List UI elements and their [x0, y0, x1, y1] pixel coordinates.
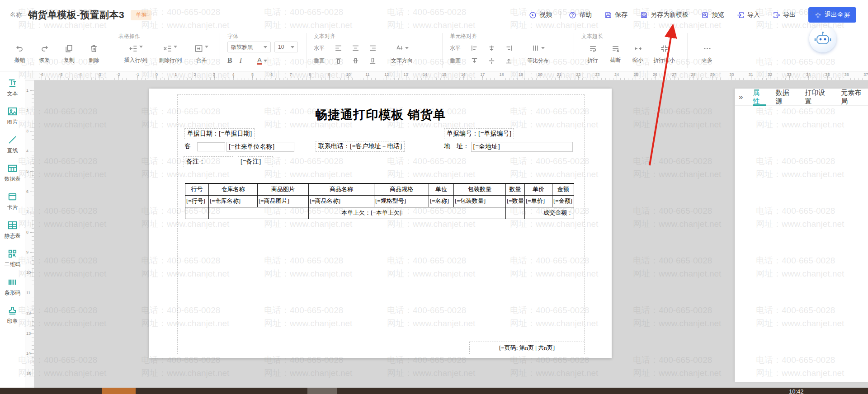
barcode-tool-icon [7, 277, 18, 287]
footer-empty-cell[interactable] [185, 207, 209, 219]
wrap-shrink-button[interactable]: 折行缩小 [649, 41, 679, 71]
font-color-button[interactable]: A [257, 56, 267, 65]
data-cell[interactable]: [=金额] [552, 195, 574, 207]
tab-print-settings[interactable]: 打印设置 [805, 89, 832, 106]
tool-stamp[interactable]: 印章 [7, 305, 18, 325]
exit-fullscreen-button[interactable]: 退出全屏 [808, 7, 856, 23]
data-cell[interactable]: [=商品图片] [258, 195, 309, 207]
panel-collapse-icon[interactable]: » [739, 93, 743, 102]
tool-line[interactable]: 直线 [7, 135, 18, 155]
tool-card[interactable]: 卡片 [7, 192, 18, 211]
delete-row-col-button[interactable]: 删除行/列 [153, 41, 188, 71]
tab-datasource[interactable]: 数据源 [775, 89, 796, 106]
data-cell[interactable]: [=名称] [429, 195, 454, 207]
data-cell[interactable]: [=包装数量] [454, 195, 506, 207]
copy-button[interactable]: 复制 [57, 41, 82, 71]
col-header[interactable]: 包装数量 [454, 183, 506, 195]
text-direction-icon [396, 44, 403, 52]
cell-align-center-icon[interactable] [488, 44, 495, 52]
tab-element-layout[interactable]: 元素布局 [841, 89, 868, 106]
bold-button[interactable]: B [227, 56, 232, 65]
merge-cells-button[interactable]: 合并 [188, 41, 215, 71]
cell-align-right-icon[interactable] [505, 44, 513, 52]
col-header[interactable]: 商品规格 [374, 183, 429, 195]
data-cell[interactable]: [=数量] [506, 195, 525, 207]
preview-button[interactable]: 预览 [701, 11, 724, 19]
distribute-columns-button[interactable] [522, 44, 554, 52]
tool-datatable[interactable]: 数据表 [5, 163, 21, 183]
assistant-avatar[interactable] [809, 25, 836, 52]
more-button[interactable]: 更多 [695, 41, 719, 71]
col-header[interactable]: 单位 [429, 183, 454, 195]
data-cell[interactable]: [=商品名称] [309, 195, 374, 207]
shrink-text-button[interactable]: 缩小 [627, 41, 649, 71]
cell-align-bottom-icon[interactable] [505, 57, 513, 65]
data-cell[interactable]: [=仓库名称] [209, 195, 258, 207]
tool-image[interactable]: 图片 [7, 106, 18, 126]
save-button[interactable]: 保存 [604, 11, 627, 19]
delete-button[interactable]: 删除 [81, 41, 106, 71]
align-top-icon[interactable] [335, 57, 342, 65]
insert-row-col-button[interactable]: 插入行/列 [118, 41, 153, 71]
align-left-icon[interactable] [335, 44, 342, 52]
datatable-tool-icon [7, 163, 18, 174]
document-title[interactable]: 畅捷通打印模板 销货单 [149, 107, 612, 123]
col-header[interactable]: 行号 [185, 183, 209, 195]
tool-qrcode[interactable]: 二维码 [5, 249, 21, 268]
more-icon [703, 44, 712, 53]
text-direction-button[interactable] [386, 44, 418, 52]
data-cell[interactable]: [=行号] [185, 195, 209, 207]
footer-owed-cell[interactable]: 本单上欠：[=本单上欠] [309, 207, 506, 219]
footer-empty-cell[interactable] [506, 207, 525, 219]
data-cell[interactable]: [=规格型号] [374, 195, 429, 207]
col-header[interactable]: 仓库名称 [209, 183, 258, 195]
col-header[interactable]: 单价 [525, 183, 552, 195]
tab-properties[interactable]: 属性 [753, 89, 766, 106]
align-right-icon[interactable] [369, 44, 377, 52]
align-bottom-icon[interactable] [369, 57, 377, 65]
data-cell[interactable]: [=单价] [525, 195, 552, 207]
col-header[interactable]: 商品名称 [309, 183, 374, 195]
wrap-text-button[interactable]: 折行 [581, 41, 604, 71]
field-customer[interactable]: 客 [=往来单位名称] [184, 142, 294, 152]
cell-align-left-icon[interactable] [471, 44, 478, 52]
align-center-icon[interactable] [352, 44, 359, 52]
font-size-select[interactable]: 10 [274, 42, 298, 52]
save-as-template-button[interactable]: 另存为新模板 [640, 11, 689, 19]
address-value[interactable]: [=全地址] [471, 142, 573, 152]
items-table[interactable]: 行号 仓库名称 商品图片 商品名称 商品规格 单位 包装数量 数量 单价 金额 … [185, 183, 574, 219]
align-middle-icon[interactable] [352, 57, 359, 65]
tool-text[interactable]: 文本 [7, 78, 18, 98]
italic-button[interactable]: I [240, 56, 242, 65]
col-header[interactable]: 商品图片 [258, 183, 309, 195]
field-remark-label[interactable]: 备注： [184, 156, 233, 167]
field-doc-number[interactable]: 单据编号：[=单据编号] [444, 128, 514, 139]
font-family-select[interactable]: 微软雅黑 [227, 42, 271, 52]
truncate-text-button[interactable]: 截断 [604, 41, 627, 71]
field-doc-date[interactable]: 单据日期：[=单据日期] [184, 128, 255, 139]
page-number-field[interactable]: [=页码: 第n页 | 共n页] [469, 342, 585, 354]
field-address[interactable]: 地 址： [=全地址] [444, 142, 573, 152]
template-page[interactable]: 畅捷通打印模板 销货单 单据日期：[=单据日期] 单据编号：[=单据编号] 客 … [149, 89, 612, 358]
tool-statictable[interactable]: 静态表 [5, 220, 21, 240]
taskbar-app-grey[interactable] [307, 388, 337, 394]
customer-value[interactable]: [=往来单位名称] [226, 142, 294, 152]
field-contact-phone[interactable]: 联系电话：[=客户地址－电话] [316, 141, 405, 152]
tool-barcode[interactable]: 条形码 [5, 277, 21, 297]
remark-label: 备注： [186, 158, 205, 165]
video-button[interactable]: 视频 [529, 11, 552, 19]
footer-empty-cell[interactable] [209, 207, 309, 219]
help-button[interactable]: 帮助 [569, 11, 592, 19]
field-remark-value[interactable]: [=备注] [238, 156, 273, 167]
export-button[interactable]: 导出 [773, 11, 796, 19]
taskbar-app-orange[interactable] [102, 388, 136, 394]
redo-button[interactable]: 恢复 [32, 41, 57, 71]
footer-amount-cell[interactable]: 成交金额： [525, 207, 574, 219]
undo-button[interactable]: 撤销 [7, 41, 32, 71]
col-header[interactable]: 金额 [552, 183, 574, 195]
cell-align-top-icon[interactable] [471, 57, 478, 65]
col-header[interactable]: 数量 [506, 183, 525, 195]
cell-align-middle-icon[interactable] [488, 57, 495, 65]
customer-code-box[interactable] [197, 142, 225, 151]
import-button[interactable]: 导入 [737, 11, 760, 19]
